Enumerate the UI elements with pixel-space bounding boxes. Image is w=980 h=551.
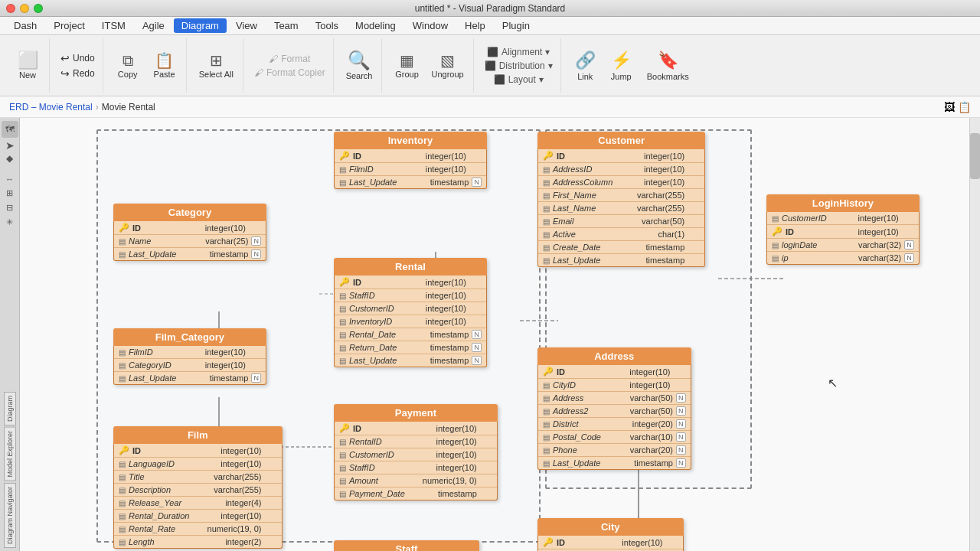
link-button[interactable]: 🔗 Link (569, 48, 602, 83)
table-row: ▤ Rental_Duration integer(10) (114, 510, 282, 523)
table-category-header: Category (113, 204, 266, 221)
menu-tools[interactable]: Tools (308, 18, 346, 33)
menu-team[interactable]: Team (266, 18, 306, 33)
key-icon: 🔑 (543, 151, 554, 161)
bookmarks-button[interactable]: 🔖 Bookmarks (641, 48, 695, 83)
table-row: ▤ CategoryID integer(10) (114, 359, 266, 372)
table-row: ▤ FilmID integer(10) (114, 346, 266, 359)
sidebar-tool-2[interactable]: ⊞ (5, 187, 15, 200)
close-button[interactable] (6, 4, 15, 13)
paste-button[interactable]: 📋 Paste (148, 51, 181, 81)
table-row: 🔑 ID integer(10) (767, 225, 919, 239)
search-button[interactable]: 🔍 Search (341, 49, 377, 83)
table-category[interactable]: Category 🔑 ID integer(10) ▤ Name varchar… (113, 204, 266, 261)
ungroup-button[interactable]: ▧ Ungroup (426, 51, 468, 81)
table-staff[interactable]: Staff (334, 540, 479, 551)
cursor: ↖ (828, 376, 837, 385)
format-button[interactable]: 🖌 Format (266, 53, 313, 65)
table-row: ▤ CustomerID integer(10) (335, 448, 497, 461)
distribution-button[interactable]: ⬛ Distribution ▾ (482, 60, 556, 72)
menu-help[interactable]: Help (457, 18, 493, 33)
table-icon: ▤ (119, 512, 126, 520)
jump-button[interactable]: ⚡ Jump (605, 48, 638, 83)
panel-tab-arrow[interactable]: ➤ (5, 139, 15, 152)
menu-itsm[interactable]: ITSM (94, 18, 133, 33)
menu-agile[interactable]: Agile (135, 18, 172, 33)
sidebar-panel-nav[interactable]: Diagram Navigator (4, 483, 16, 548)
table-icon: ▤ (543, 243, 550, 252)
table-row: 🔑 ID integer(10) (114, 221, 266, 235)
maximize-button[interactable] (34, 4, 43, 13)
menu-project[interactable]: Project (46, 18, 92, 33)
table-row: ▤ CustomerID integer(10) (767, 212, 919, 225)
table-icon: ▤ (543, 381, 550, 390)
format-copier-button[interactable]: 🖌 Format Copier (251, 67, 328, 79)
table-row: ▤ CityID integer(10) (538, 379, 691, 392)
sidebar-tool-4[interactable]: ✳ (5, 216, 15, 229)
table-payment[interactable]: Payment 🔑 ID integer(10) ▤ RentalID inte… (334, 404, 498, 500)
table-rental[interactable]: Rental 🔑 ID integer(10) ▤ StaffID intege… (334, 258, 487, 367)
menu-view[interactable]: View (228, 18, 265, 33)
menu-diagram[interactable]: Diagram (174, 18, 227, 33)
table-icon: ▤ (339, 331, 346, 339)
table-icon: ▤ (339, 464, 346, 472)
list-view-icon[interactable]: 📋 (958, 101, 971, 113)
undo-label: Undo (73, 53, 95, 64)
undo-icon: ↩ (60, 52, 70, 64)
table-icon: ▤ (339, 357, 346, 365)
layout-button[interactable]: ⬛ Layout ▾ (491, 73, 547, 86)
table-city[interactable]: City 🔑 ID integer(10) ▤ CountryID intege… (537, 518, 684, 551)
alignment-button[interactable]: ⬛ Alignment ▾ (484, 46, 553, 58)
titlebar: untitled * - Visual Paradigm Standard (0, 0, 980, 17)
table-inventory[interactable]: Inventory 🔑 ID integer(10) ▤ FilmID inte… (334, 132, 487, 189)
diagram-view-icon[interactable]: 🖼 (944, 101, 955, 113)
toolbar-group-group: ▦ Group ▧ Ungroup (385, 38, 473, 93)
table-row: ▤ Rental_Date timestamp N (335, 328, 486, 341)
table-icon: ▤ (543, 191, 550, 200)
table-rental-body: 🔑 ID integer(10) ▤ StaffID integer(10) ▤… (334, 276, 487, 367)
link-label: Link (577, 72, 593, 81)
table-category-body: 🔑 ID integer(10) ▤ Name varchar(25) N ▤ … (113, 221, 266, 261)
table-login-history[interactable]: LoginHistory ▤ CustomerID integer(10) 🔑 … (766, 194, 920, 265)
sidebar-tool-3[interactable]: ⊟ (5, 201, 15, 214)
panel-tab-diagram-navigator[interactable]: 🗺 (2, 121, 18, 138)
menu-window[interactable]: Window (405, 18, 456, 33)
table-row: ▤ Description varchar(255) (114, 484, 282, 497)
sidebar-panel-model[interactable]: Model Explorer (4, 427, 16, 481)
table-row: 🔑 ID integer(10) (538, 365, 691, 379)
menu-modeling[interactable]: Modeling (348, 18, 403, 33)
new-button[interactable]: ⬜ New (11, 50, 44, 82)
table-icon: ▤ (339, 165, 346, 174)
group-button[interactable]: ▦ Group (390, 51, 423, 81)
table-customer[interactable]: Customer 🔑 ID integer(10) ▤ AddressID in… (537, 132, 705, 267)
scroll-thumb[interactable] (970, 133, 980, 179)
table-film-category[interactable]: Film_Category ▤ FilmID integer(10) ▤ Cat… (113, 328, 266, 385)
table-film[interactable]: Film 🔑 ID integer(10) ▤ LanguageID integ… (113, 426, 283, 549)
table-address[interactable]: Address 🔑 ID integer(10) ▤ CityID intege… (537, 347, 691, 470)
table-icon: ▤ (339, 305, 346, 313)
breadcrumb-erd[interactable]: ERD – Movie Rental (9, 102, 93, 112)
right-scrollbar[interactable] (969, 118, 980, 551)
table-row: 🔑 ID integer(10) (335, 422, 497, 435)
table-icon: ▤ (119, 460, 126, 468)
table-rental-header: Rental (334, 258, 487, 276)
copy-button[interactable]: ⧉ Copy (111, 51, 145, 81)
layout-icon: ⬛ (494, 74, 505, 85)
table-icon: ▤ (543, 256, 550, 265)
table-row: ▤ Address2 varchar(50) N (538, 405, 691, 418)
menu-plugin[interactable]: Plugin (495, 18, 537, 33)
table-film-category-header: Film_Category (113, 328, 266, 346)
canvas[interactable]: Inventory 🔑 ID integer(10) ▤ FilmID inte… (20, 118, 969, 551)
minimize-button[interactable] (20, 4, 29, 13)
redo-button[interactable]: ↪ Redo (57, 67, 98, 80)
panel-tab-shape[interactable]: ◆ (6, 153, 13, 164)
menu-dash[interactable]: Dash (6, 18, 44, 33)
table-icon: ▤ (339, 292, 346, 300)
undo-button[interactable]: ↩ Undo (57, 51, 98, 65)
breadcrumb-separator: › (96, 102, 99, 112)
select-all-button[interactable]: ⊞ Select All (194, 51, 238, 81)
sidebar-tool-1[interactable]: ↔ (4, 173, 15, 185)
toolbar: ⬜ New ↩ Undo ↪ Redo ⧉ Copy 📋 Paste (0, 35, 980, 96)
sidebar-panel-diagram[interactable]: Diagram (4, 392, 16, 425)
table-icon: ▤ (119, 499, 126, 507)
